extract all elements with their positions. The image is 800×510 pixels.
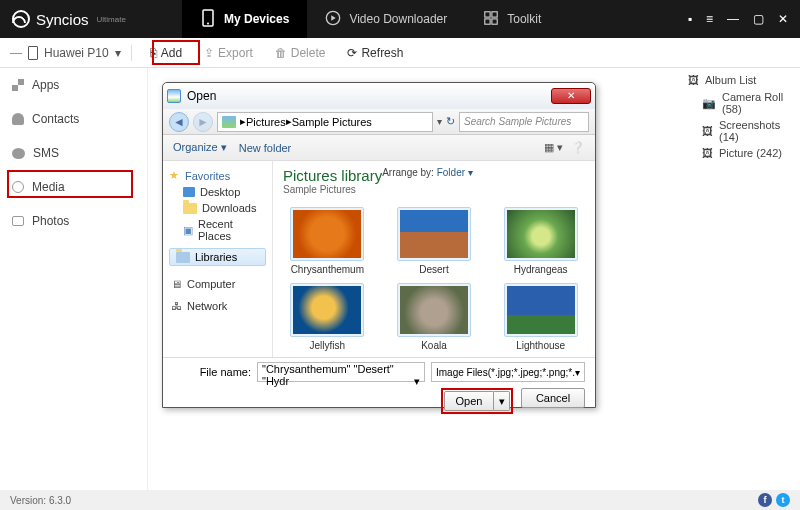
- nav-back-button[interactable]: ◄: [169, 112, 189, 132]
- app-header: Syncios Ultimate My Devices Video Downlo…: [0, 0, 800, 38]
- photos-icon: [12, 216, 24, 226]
- tree-libraries[interactable]: Libraries: [169, 248, 266, 266]
- media-icon: [12, 181, 24, 193]
- library-icon: [222, 116, 236, 128]
- brand-sub: Ultimate: [97, 15, 126, 24]
- tree-desktop[interactable]: Desktop: [169, 184, 266, 200]
- thumbnail-grid: ChrysanthemumDesertHydrangeasJellyfishKo…: [283, 207, 585, 351]
- delete-button[interactable]: 🗑 Delete: [267, 43, 334, 63]
- open-dialog: Open ✕ ◄ ► ▸ Pictures ▸ Sample Pictures …: [162, 82, 596, 408]
- maximize-icon[interactable]: ▢: [753, 12, 764, 26]
- dialog-tree: ★Favorites Desktop Downloads ▣Recent Pla…: [163, 161, 273, 357]
- help-button[interactable]: ❔: [571, 141, 585, 154]
- svg-rect-5: [485, 18, 490, 23]
- toolkit-icon: [483, 9, 499, 30]
- sidebar-item-sms[interactable]: SMS: [0, 136, 147, 170]
- chevron-down-icon: ▾: [115, 46, 121, 60]
- library-title: Pictures library: [283, 167, 382, 184]
- brand-name: Syncios: [36, 11, 89, 28]
- cancel-button[interactable]: Cancel: [521, 388, 585, 408]
- sidebar-item-contacts[interactable]: Contacts: [0, 102, 147, 136]
- add-button[interactable]: ⎘ Add: [142, 43, 190, 63]
- sms-icon: [12, 148, 25, 159]
- footer: Version: 6.3.0 f t: [0, 490, 800, 510]
- contacts-icon: [12, 113, 24, 125]
- twitter-icon[interactable]: t: [776, 493, 790, 507]
- sidebar-item-media[interactable]: Media: [0, 170, 147, 204]
- dialog-icon: [167, 89, 181, 103]
- sidebar: Apps Contacts SMS Media Photos: [0, 68, 148, 490]
- device-icon: [28, 46, 38, 60]
- thumbnail-item[interactable]: Hydrangeas: [496, 207, 585, 275]
- new-folder-button[interactable]: New folder: [239, 142, 292, 154]
- search-input[interactable]: Search Sample Pictures: [459, 112, 589, 132]
- tree-favorites[interactable]: ★Favorites: [169, 167, 266, 184]
- dialog-bottom: File name: "Chrysanthemum" "Desert" "Hyd…: [163, 357, 595, 409]
- picture-icon: 🖼: [702, 147, 713, 159]
- thumbnail-item[interactable]: Jellyfish: [283, 283, 372, 351]
- open-dropdown-button[interactable]: ▾: [494, 391, 510, 411]
- album-list-panel: 🖼 Album List 📷Camera Roll (58) 🖼Screensh…: [680, 68, 800, 167]
- highlight-open: Open ▾: [441, 388, 513, 414]
- trash-icon: 🗑: [275, 46, 287, 60]
- minimize-icon[interactable]: —: [727, 12, 739, 26]
- tab-my-devices[interactable]: My Devices: [182, 0, 307, 38]
- breadcrumb[interactable]: ▸ Pictures ▸ Sample Pictures: [217, 112, 433, 132]
- screenshot-icon: 🖼: [702, 125, 713, 137]
- refresh-button[interactable]: ⟳ Refresh: [339, 43, 411, 63]
- album-list-head: 🖼 Album List: [688, 74, 792, 86]
- dialog-nav: ◄ ► ▸ Pictures ▸ Sample Pictures ▾ ↻ Sea…: [163, 109, 595, 135]
- dialog-toolbar: Organize ▾ New folder ▦ ▾ ❔: [163, 135, 595, 161]
- thumbnail-item[interactable]: Desert: [390, 207, 479, 275]
- export-icon: ⇪: [204, 46, 214, 60]
- tree-downloads[interactable]: Downloads: [169, 200, 266, 216]
- tab-video-downloader[interactable]: Video Downloader: [307, 0, 465, 38]
- album-item[interactable]: 🖼Screenshots (14): [688, 117, 792, 145]
- feedback-icon[interactable]: ▪: [688, 12, 692, 26]
- export-button[interactable]: ⇪ Export: [196, 43, 261, 63]
- dialog-titlebar: Open ✕: [163, 83, 595, 109]
- album-item[interactable]: 📷Camera Roll (58): [688, 89, 792, 117]
- file-name-input[interactable]: "Chrysanthemum" "Desert" "Hydr ▾: [257, 362, 425, 382]
- library-subtitle: Sample Pictures: [283, 184, 382, 195]
- refresh-icon: ⟳: [347, 46, 357, 60]
- tree-network[interactable]: 🖧Network: [169, 298, 266, 314]
- menu-icon[interactable]: ≡: [706, 12, 713, 26]
- refresh-icon[interactable]: ↻: [446, 115, 455, 128]
- folder-icon: [183, 203, 197, 214]
- arrange-by[interactable]: Arrange by: Folder ▾: [382, 167, 473, 178]
- dialog-close-button[interactable]: ✕: [551, 88, 591, 104]
- camera-icon: 📷: [702, 97, 716, 110]
- libraries-icon: [176, 252, 190, 263]
- add-icon: ⎘: [150, 46, 157, 60]
- sidebar-item-apps[interactable]: Apps: [0, 68, 147, 102]
- tree-computer[interactable]: 🖥Computer: [169, 276, 266, 292]
- logo-icon: [12, 10, 30, 28]
- thumbnail-item[interactable]: Koala: [390, 283, 479, 351]
- brand: Syncios Ultimate: [12, 10, 182, 28]
- sidebar-item-photos[interactable]: Photos: [0, 204, 147, 238]
- toolbar: — Huawei P10 ▾ ⎘ Add ⇪ Export 🗑 Delete ⟳…: [0, 38, 800, 68]
- nav-forward-button[interactable]: ►: [193, 112, 213, 132]
- file-type-filter[interactable]: Image Files(*.jpg;*.jpeg;*.png;*.▾: [431, 362, 585, 382]
- thumbnail-item[interactable]: Chrysanthemum: [283, 207, 372, 275]
- play-icon: [325, 9, 341, 30]
- svg-rect-3: [485, 11, 490, 16]
- apps-icon: [12, 79, 24, 91]
- album-item[interactable]: 🖼Picture (242): [688, 145, 792, 161]
- facebook-icon[interactable]: f: [758, 493, 772, 507]
- svg-rect-4: [492, 11, 497, 16]
- thumbnail-item[interactable]: Lighthouse: [496, 283, 585, 351]
- open-button[interactable]: Open: [444, 391, 494, 411]
- organize-menu[interactable]: Organize ▾: [173, 141, 227, 154]
- version-label: Version: 6.3.0: [10, 495, 71, 506]
- svg-rect-6: [492, 18, 497, 23]
- album-icon: 🖼: [688, 74, 699, 86]
- device-selector[interactable]: — Huawei P10 ▾: [10, 46, 121, 60]
- svg-point-1: [207, 22, 209, 24]
- close-icon[interactable]: ✕: [778, 12, 788, 26]
- tree-recent[interactable]: ▣Recent Places: [169, 216, 266, 244]
- view-button[interactable]: ▦ ▾: [544, 141, 563, 154]
- dialog-main: Pictures library Sample Pictures Arrange…: [273, 161, 595, 357]
- tab-toolkit[interactable]: Toolkit: [465, 0, 559, 38]
